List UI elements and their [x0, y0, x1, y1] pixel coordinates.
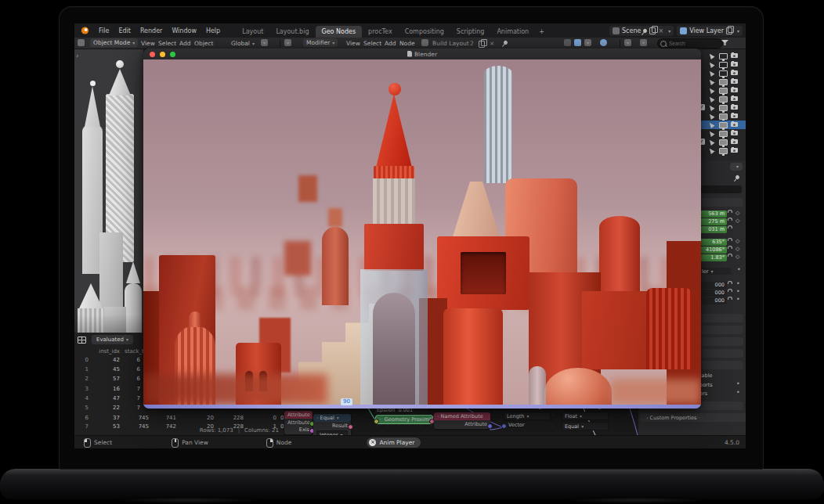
- unlink-node-tree-icon[interactable]: [490, 40, 494, 47]
- animate-dot-icon[interactable]: [736, 280, 740, 287]
- menu-file[interactable]: File: [94, 27, 114, 34]
- tab-scripting[interactable]: Scripting: [450, 26, 491, 38]
- location-z-field[interactable]: 031 m: [699, 226, 727, 233]
- node-menu-add[interactable]: Add: [385, 40, 396, 47]
- tab-animation[interactable]: Animation: [490, 26, 535, 38]
- copy-node-tree-icon[interactable]: [479, 41, 485, 48]
- overlays-toggle-icon[interactable]: [584, 39, 591, 46]
- node-tree-type-dropdown[interactable]: Modifier: [303, 38, 338, 47]
- orientation-dropdown[interactable]: Global: [231, 40, 255, 47]
- column-header-stack-t[interactable]: stack_t: [125, 348, 144, 355]
- tab-geo-nodes[interactable]: Geo Nodes: [316, 26, 363, 38]
- outliner-display-mode-icon[interactable]: [624, 39, 631, 46]
- cell: 0: [248, 415, 276, 421]
- length-dropdown[interactable]: Length: [504, 412, 551, 420]
- stop-player-icon[interactable]: [369, 439, 376, 446]
- animate-dot-icon[interactable]: [736, 380, 740, 387]
- vector-socket[interactable]: [501, 423, 507, 429]
- node-tree-name[interactable]: Build Layout: [432, 40, 469, 47]
- menu-window[interactable]: Window: [167, 27, 201, 34]
- geometry-proximity-node[interactable]: Geometry Proximity: [376, 416, 432, 423]
- tab-layout[interactable]: Layout: [236, 26, 269, 38]
- scale-x-field[interactable]: 000: [699, 282, 727, 289]
- properties-context-dropdown[interactable]: [730, 163, 743, 171]
- blender-logo-icon[interactable]: [80, 26, 89, 35]
- outliner-filter-icon[interactable]: [640, 39, 647, 46]
- clay-3d-viewport[interactable]: [74, 49, 143, 333]
- cell: 6: [123, 357, 140, 363]
- render-window-titlebar[interactable]: Blender: [143, 49, 701, 59]
- animate-diamond-icon[interactable]: [735, 254, 739, 260]
- snapping-toggle-icon[interactable]: [574, 39, 581, 46]
- named-attribute-node[interactable]: Named Attribute Attribute: [434, 412, 490, 429]
- node-tree-icon[interactable]: [421, 39, 428, 46]
- tab-proctex[interactable]: procTex: [362, 26, 399, 38]
- animate-dot-icon[interactable]: [737, 266, 741, 273]
- rotation-mode-dropdown[interactable]: ler: [699, 268, 731, 275]
- equal-dropdown[interactable]: Equal: [562, 422, 609, 430]
- node-menu-select[interactable]: Select: [363, 40, 381, 47]
- rotation-z-field[interactable]: 1.83°: [699, 254, 727, 261]
- mode-dropdown[interactable]: Object Mode: [90, 38, 138, 47]
- location-y-field[interactable]: 275 m: [699, 218, 727, 225]
- object-name-field[interactable]: [701, 185, 742, 193]
- animate-dot-icon[interactable]: [736, 389, 740, 396]
- properties-pin-icon[interactable]: [735, 175, 739, 181]
- view-layer-selector[interactable]: View Layer: [677, 26, 743, 36]
- float-dropdown[interactable]: Float: [562, 412, 609, 420]
- row-index: 4: [74, 395, 89, 401]
- shading-sphere-icon[interactable]: [600, 39, 607, 46]
- node-menu-view[interactable]: View: [346, 40, 360, 47]
- render-result-image[interactable]: [143, 59, 701, 405]
- custom-properties-panel[interactable]: Custom Properties···: [640, 413, 746, 422]
- menu-render[interactable]: Render: [136, 27, 167, 34]
- dataset-dropdown[interactable]: Evaluated: [92, 335, 133, 344]
- viewport-menu-object[interactable]: Object: [194, 40, 213, 47]
- new-scene-icon[interactable]: [649, 27, 656, 34]
- scale-z-field[interactable]: 000: [699, 297, 727, 304]
- viewport-menu-add[interactable]: Add: [179, 40, 191, 47]
- viewport-sidebar-toggle[interactable]: [76, 52, 81, 59]
- animate-diamond-icon[interactable]: [735, 218, 739, 224]
- parent-tree-icon[interactable]: [564, 39, 571, 46]
- scene-selector[interactable]: Scene: [609, 26, 674, 36]
- blender-render-window[interactable]: Blender: [143, 49, 701, 409]
- ribbed-collar: [374, 166, 414, 179]
- node-editor-type-icon[interactable]: [284, 39, 291, 46]
- unlink-scene-icon[interactable]: [658, 27, 663, 34]
- equal-node[interactable]: Equal Result Integer: [313, 414, 351, 435]
- add-workspace-button[interactable]: +: [535, 26, 548, 38]
- node-tree-users-count[interactable]: 2: [470, 40, 474, 47]
- location-x-field[interactable]: 563 m: [699, 211, 727, 218]
- anim-player-pill[interactable]: Anim Player: [367, 437, 421, 448]
- rotation-y-field[interactable]: 41086°: [699, 247, 727, 254]
- scale-y-field[interactable]: 000: [699, 290, 727, 297]
- viewport-editor-type-icon[interactable]: [78, 39, 85, 46]
- menu-help[interactable]: Help: [201, 27, 225, 34]
- attribute-node[interactable]: Attribute Attribute Exis: [284, 411, 313, 434]
- tab-compositing[interactable]: Compositing: [399, 26, 450, 38]
- viewport-menu-select[interactable]: Select: [158, 40, 176, 47]
- outliner-search-input[interactable]: [657, 38, 723, 49]
- spreadsheet-grid-icon[interactable]: [78, 337, 86, 344]
- named-attribute-socket[interactable]: [487, 423, 493, 429]
- animate-diamond-icon[interactable]: [735, 238, 739, 244]
- pin-icon[interactable]: [642, 27, 648, 33]
- node-menu-node[interactable]: Node: [399, 40, 415, 47]
- result-socket[interactable]: [348, 424, 353, 430]
- new-view-layer-icon[interactable]: [726, 27, 732, 34]
- menu-edit[interactable]: Edit: [114, 27, 136, 34]
- viewport-menu-view[interactable]: View: [141, 40, 155, 47]
- animate-dot-icon[interactable]: [736, 296, 740, 303]
- clay-right-cone: [126, 261, 140, 283]
- cell: 228: [217, 415, 244, 421]
- geometry-in-socket[interactable]: [374, 419, 379, 424]
- animate-diamond-icon[interactable]: [735, 210, 739, 216]
- animate-dot-icon[interactable]: [736, 288, 740, 295]
- pin-node-tree-icon[interactable]: [503, 40, 508, 45]
- animate-diamond-icon[interactable]: [735, 246, 739, 252]
- rotation-x-field[interactable]: 635°: [699, 239, 727, 246]
- snap-icon[interactable]: [261, 39, 268, 46]
- column-header-inst-idx[interactable]: inst_idx: [96, 348, 120, 355]
- tab-layout-big[interactable]: Layout.big: [269, 26, 315, 38]
